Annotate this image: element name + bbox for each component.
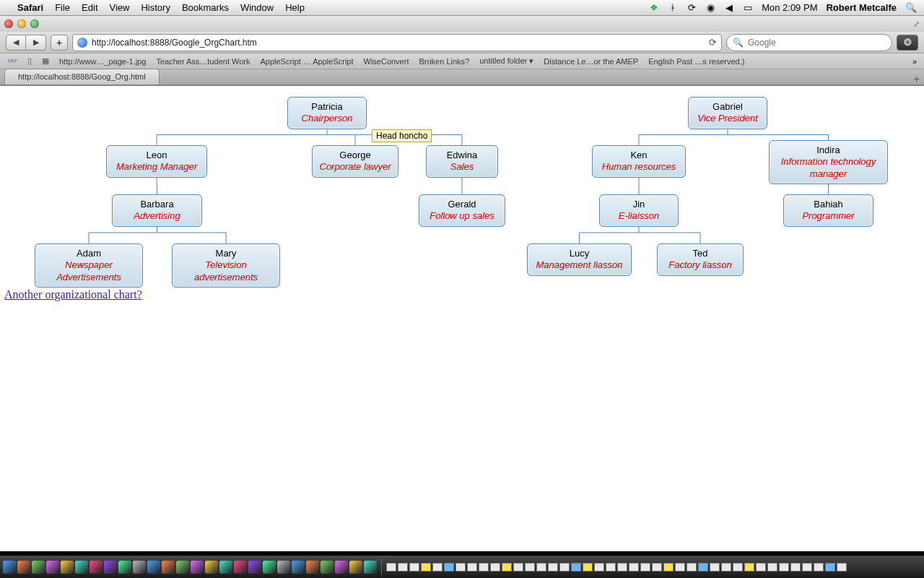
org-node-ken[interactable]: KenHuman resources (592, 145, 686, 178)
dock-window-thumb[interactable] (698, 563, 708, 571)
dock-window-thumb[interactable] (802, 563, 812, 571)
wifi-icon[interactable]: ◉ (705, 2, 715, 13)
dock-app-icon[interactable] (364, 561, 377, 574)
org-node-adam[interactable]: AdamNewspaper Advertisements (35, 243, 143, 288)
org-node-barbara[interactable]: BarbaraAdvertising (112, 194, 202, 227)
dock-app-icon[interactable] (75, 561, 88, 574)
bookmark-item[interactable]: AppleScript … AppleScript (260, 57, 353, 66)
search-input[interactable] (748, 38, 886, 48)
dock-app-icon[interactable] (90, 561, 103, 574)
dock-app-icon[interactable] (234, 561, 247, 574)
org-node-gerald[interactable]: GeraldFollow up sales (419, 194, 505, 227)
bookmark-item[interactable]: Teacher Ass…tudent Work (156, 57, 250, 66)
dock-window-thumb[interactable] (814, 563, 824, 571)
dock-app-icon[interactable] (219, 561, 232, 574)
dropbox-icon[interactable]: ❖ (649, 2, 659, 13)
app-name[interactable]: Safari (17, 2, 43, 13)
dock-window-thumb[interactable] (525, 563, 535, 571)
dock-window-thumb[interactable] (583, 563, 593, 571)
topsites-icon[interactable]: ▦ (42, 56, 49, 66)
dock-window-thumb[interactable] (733, 563, 743, 571)
volume-icon[interactable]: ◀ (724, 2, 734, 13)
dock-app-icon[interactable] (133, 561, 146, 574)
menu-view[interactable]: View (110, 2, 130, 13)
dock-window-thumb[interactable] (687, 563, 697, 571)
reading-list-icon[interactable]: 👓 (7, 56, 17, 66)
dock-window-thumb[interactable] (490, 563, 500, 571)
address-bar[interactable]: ⟳ (72, 34, 722, 51)
menu-file[interactable]: File (55, 2, 70, 13)
menu-edit[interactable]: Edit (82, 2, 97, 13)
org-node-leon[interactable]: LeonMarketing Manager (106, 145, 207, 178)
dock-window-thumb[interactable] (640, 563, 650, 571)
dock-window-thumb[interactable] (710, 563, 720, 571)
dock-window-thumb[interactable] (502, 563, 512, 571)
dock-window-thumb[interactable] (825, 563, 835, 571)
bookmarks-icon[interactable]: ▯ (27, 56, 32, 66)
org-node-george[interactable]: GeorgeCorporate lawyer (312, 145, 398, 178)
menubar-clock[interactable]: Mon 2:09 PM (762, 2, 817, 13)
dock-window-thumb[interactable] (444, 563, 454, 571)
dock-window-thumb[interactable] (432, 563, 443, 571)
dock-window-thumb[interactable] (779, 563, 789, 571)
dock-window-thumb[interactable] (721, 563, 731, 571)
dock-app-icon[interactable] (191, 561, 204, 574)
dock-window-thumb[interactable] (386, 563, 396, 571)
bookmark-item[interactable]: Broken Links? (419, 57, 469, 66)
dock-app-icon[interactable] (147, 561, 160, 574)
dock-window-thumb[interactable] (559, 563, 570, 571)
timemachine-icon[interactable]: ⟳ (687, 2, 697, 13)
org-node-lucy[interactable]: LucyManagement liasson (527, 243, 632, 276)
dock-app-icon[interactable] (205, 561, 218, 574)
org-node-indira[interactable]: IndiraInformation technology manager (769, 140, 888, 184)
dock-app-icon[interactable] (306, 561, 319, 574)
dock-window-thumb[interactable] (837, 563, 847, 571)
org-node-jin[interactable]: JinE-liaisson (599, 194, 679, 227)
bookmarks-overflow[interactable]: » (912, 57, 917, 66)
reload-icon[interactable]: ⟳ (709, 37, 717, 48)
zoom-button[interactable] (30, 20, 39, 28)
dock-app-icon[interactable] (118, 561, 131, 574)
dock-window-thumb[interactable] (594, 563, 604, 571)
dock-app-icon[interactable] (32, 561, 45, 574)
dock-app-icon[interactable] (321, 561, 334, 574)
dock-window-thumb[interactable] (571, 563, 581, 571)
menu-help[interactable]: Help (285, 2, 305, 13)
dock-app-icon[interactable] (17, 561, 30, 574)
new-tab-button[interactable]: + (914, 73, 920, 85)
dock-window-thumb[interactable] (756, 563, 766, 571)
dock-window-thumb[interactable] (421, 563, 431, 571)
dock-window-thumb[interactable] (629, 563, 639, 571)
fullscreen-icon[interactable]: ⤢ (913, 20, 920, 29)
dock-window-thumb[interactable] (652, 563, 662, 571)
dock-window-thumb[interactable] (536, 563, 546, 571)
org-node-mary[interactable]: MaryTelevision advertisements (172, 243, 280, 288)
minimize-button[interactable] (17, 20, 26, 28)
dock[interactable] (0, 555, 924, 578)
dock-window-thumb[interactable] (548, 563, 558, 571)
dock-app-icon[interactable] (277, 561, 290, 574)
tab-active[interactable]: http://localhost:8888/Goog_Org.html (4, 69, 160, 85)
forward-button[interactable]: ▶ (26, 35, 46, 51)
dock-window-thumb[interactable] (675, 563, 685, 571)
url-input[interactable] (92, 38, 705, 48)
dock-window-thumb[interactable] (479, 563, 489, 571)
dock-app-icon[interactable] (3, 561, 16, 574)
dock-app-icon[interactable] (104, 561, 117, 574)
dock-window-thumb[interactable] (767, 563, 777, 571)
org-node-bahiah[interactable]: BahiahProgrammer (783, 194, 873, 227)
dock-app-icon[interactable] (46, 561, 59, 574)
bluetooth-icon[interactable]: ᚼ (668, 2, 678, 13)
dock-window-thumb[interactable] (606, 563, 616, 571)
back-button[interactable]: ◀ (6, 35, 26, 51)
dock-app-icon[interactable] (162, 561, 175, 574)
dock-window-thumb[interactable] (398, 563, 408, 571)
dock-window-thumb[interactable] (790, 563, 801, 571)
org-node-ted[interactable]: TedFactory liasson (657, 243, 744, 276)
page-menu-button[interactable]: ❂ (897, 35, 918, 51)
dock-window-thumb[interactable] (513, 563, 523, 571)
dock-window-thumb[interactable] (456, 563, 466, 571)
add-bookmark-button[interactable]: + (51, 35, 68, 51)
dock-app-icon[interactable] (176, 561, 189, 574)
bookmark-item[interactable]: http://www…_page-1.jpg (59, 57, 146, 66)
